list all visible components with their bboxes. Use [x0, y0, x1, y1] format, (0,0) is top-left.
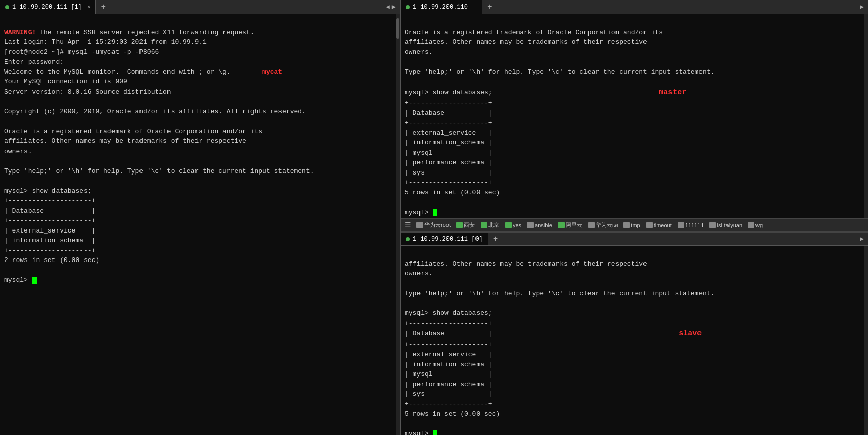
help-line: Type 'help;' or '\h' for help. Type '\c'…	[4, 167, 314, 175]
rb-show-cmd: mysql> show databases;	[405, 309, 492, 317]
right-top-tab-add[interactable]: +	[482, 0, 497, 14]
rb-help-line: Type 'help;' or '\h' for help. Type '\c'…	[405, 289, 715, 297]
db-info-schema: | information_schema |	[4, 237, 95, 244]
warning-text: The remote SSH server rejected X11 forwa…	[36, 28, 254, 36]
tab-dot-right-top	[406, 5, 410, 9]
right-bottom-terminal-body: affiliates. Other names may be trademark…	[401, 246, 868, 435]
right-bottom-scrollbar[interactable]	[864, 246, 868, 435]
rt-show-cmd: mysql> show databases; master	[405, 89, 686, 96]
bookmark-huawei-isi[interactable]: 华为云isi	[585, 220, 620, 230]
rt-db-mysql: | mysql |	[405, 149, 492, 157]
rb-border-2: +--------------------+	[405, 341, 492, 349]
bookmark-huawei-root[interactable]: 华为云root	[414, 220, 453, 230]
rt-oracle-line1: Oracle is a registered trademark of Orac…	[405, 28, 663, 36]
cursor-rt	[433, 209, 437, 216]
bookmark-tmp[interactable]: tmp	[621, 221, 642, 229]
left-terminal-text[interactable]: WARNING! The remote SSH server rejected …	[0, 14, 396, 435]
rt-help-line: Type 'help;' or '\h' for help. Type '\c'…	[405, 68, 715, 76]
bookmark-yes[interactable]: yes	[502, 221, 524, 229]
cursor-rb	[433, 430, 437, 435]
rb-border-1: +--------------------+	[405, 320, 492, 327]
left-terminal-body: WARNING! The remote SSH server rejected …	[0, 14, 400, 435]
bookmark-111111[interactable]: 111111	[675, 221, 707, 229]
rt-oracle-line3: owners.	[405, 48, 433, 56]
right-top-tab-active[interactable]: 1 10.99.200.110	[401, 0, 482, 14]
oracle-tm-line2: affiliates. Other names may be trademark…	[4, 137, 246, 145]
table-border-3: +---------------------+	[4, 247, 95, 254]
left-tab-label: 1 10.99.200.111 [1]	[12, 4, 82, 11]
left-tab-bar: 1 10.99.200.111 [1] × + ◀ ▶	[0, 0, 400, 14]
bookmark-menu-icon[interactable]: ☰	[403, 221, 413, 229]
rb-db-perf: | performance_schema |	[405, 381, 492, 388]
rt-prompt: mysql>	[405, 209, 437, 216]
right-top-tab-nav: ▶	[856, 3, 868, 11]
rt-border-1: +--------------------+	[405, 99, 492, 107]
nav-right-bottom-arrow: ▶	[860, 236, 864, 243]
right-panel: 1 10.99.200.110 + ▶ Oracle is a register…	[401, 0, 868, 435]
right-bottom-tab-nav: ▶	[856, 235, 868, 243]
connection-id-line: Your MySQL connection id is 909	[4, 78, 127, 85]
left-scrollbar[interactable]	[396, 14, 400, 435]
bookmark-ansible[interactable]: ansible	[524, 221, 555, 229]
bookmark-aliyun[interactable]: 阿里云	[555, 220, 585, 230]
left-tab-close[interactable]: ×	[87, 4, 91, 10]
rb-db-mysql: | mysql |	[405, 370, 492, 378]
right-bottom-tab-add[interactable]: +	[488, 233, 503, 246]
bookmark-beijing[interactable]: 北京	[478, 220, 502, 230]
bookmark-xian[interactable]: 西安	[454, 220, 478, 230]
right-top-terminal-body: Oracle is a registered trademark of Orac…	[401, 14, 868, 218]
right-bottom-tab-bar: 1 10.99.200.111 [0] + ▶	[401, 233, 868, 246]
left-tab-active[interactable]: 1 10.99.200.111 [1] ×	[0, 0, 96, 14]
right-top-tab-bar: 1 10.99.200.110 + ▶	[401, 0, 868, 14]
left-tab-add[interactable]: +	[96, 0, 111, 14]
db-external: | external_service |	[4, 227, 95, 235]
rt-db-info: | information_schema |	[405, 139, 492, 147]
rb-border-3: +--------------------+	[405, 400, 492, 408]
right-top-tab-label: 1 10.99.200.110	[413, 4, 477, 11]
rb-prompt: mysql>	[405, 430, 437, 435]
rb-db-info: | information_schema |	[405, 361, 492, 368]
rb-db-external: | external_service |	[405, 351, 492, 358]
bookmark-isi-taiyuan[interactable]: isi-taiyuan	[707, 221, 745, 229]
warning-label: WARNING!	[4, 28, 36, 36]
oracle-tm-line1: Oracle is a registered trademark of Orac…	[4, 128, 262, 135]
rows-count: 2 rows in set (0.00 sec)	[4, 256, 99, 264]
table-border-2: +---------------------+	[4, 217, 95, 224]
copyright-line: Copyright (c) 2000, 2019, Oracle and/or …	[4, 108, 306, 115]
nav-right-top-arrow: ▶	[860, 4, 864, 11]
left-scroll-thumb[interactable]	[396, 18, 399, 39]
cursor-left	[32, 277, 37, 284]
server-version-line: Server version: 8.0.16 Source distributi…	[4, 88, 171, 96]
rt-border-2: +--------------------+	[405, 119, 492, 127]
command-line: [root@node2 ~]# mysql -umycat -p -P8066	[4, 48, 159, 56]
oracle-tm-line3: owners.	[4, 148, 32, 155]
rb-oracle-line2: owners.	[405, 270, 433, 277]
rt-header: | Database |	[405, 109, 492, 117]
last-login-line: Last login: Thu Apr 1 15:29:03 2021 from…	[4, 38, 207, 46]
tab-dot-right-bottom	[406, 237, 410, 241]
left-prompt: mysql>	[4, 276, 37, 284]
rb-header: | Database | slave	[405, 330, 702, 337]
table-border-1: +---------------------+	[4, 197, 95, 205]
right-bottom-tab-active[interactable]: 1 10.99.200.111 [0]	[401, 233, 488, 245]
rb-db-sys: | sys |	[405, 390, 492, 398]
rb-rows: 5 rows in set (0.00 sec)	[405, 410, 500, 418]
bookmark-wg[interactable]: wg	[745, 221, 765, 229]
welcome-line: Welcome to the MySQL monitor. Commands e…	[4, 68, 282, 76]
rt-border-3: +--------------------+	[405, 179, 492, 186]
bookmark-timeout[interactable]: timeout	[643, 221, 675, 229]
rb-oracle-line1: affiliates. Other names may be trademark…	[405, 260, 647, 268]
bookmark-bar: ☰ 华为云root 西安 北京 yes	[401, 218, 868, 231]
right-bottom-terminal-text[interactable]: affiliates. Other names may be trademark…	[401, 246, 864, 435]
left-panel: 1 10.99.200.111 [1] × + ◀ ▶ WARNING! The…	[0, 0, 401, 435]
table-header: | Database |	[4, 207, 95, 215]
right-top-terminal-text[interactable]: Oracle is a registered trademark of Orac…	[401, 14, 864, 218]
rt-db-sys: | sys |	[405, 169, 492, 177]
nav-right-arrow[interactable]: ▶	[392, 3, 396, 11]
right-top-scrollbar[interactable]	[864, 14, 868, 218]
rt-db-perf: | performance_schema |	[405, 159, 492, 166]
nav-left-arrow[interactable]: ◀	[386, 3, 390, 11]
right-bottom-panel: 1 10.99.200.111 [0] + ▶ affiliates. Othe…	[401, 233, 868, 435]
enter-password-line: Enter password:	[4, 58, 64, 66]
app-container: 1 10.99.200.111 [1] × + ◀ ▶ WARNING! The…	[0, 0, 868, 435]
